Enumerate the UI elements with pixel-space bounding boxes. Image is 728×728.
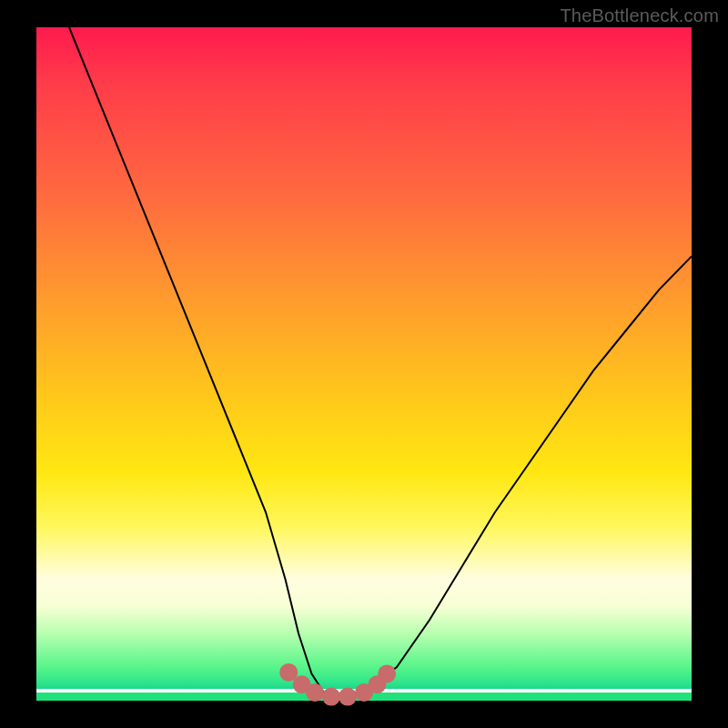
watermark-text: TheBottleneck.com [560,5,719,26]
bottleneck-curve [69,27,692,697]
highlight-points [279,663,396,706]
chart-frame: TheBottleneck.com [0,0,728,728]
plot-area [36,27,692,701]
highlight-dot [306,683,324,702]
chart-svg [36,27,692,701]
highlight-dot [378,664,396,682]
highlight-dot [322,688,340,706]
highlight-dot [339,688,357,706]
curve-path [69,27,692,697]
